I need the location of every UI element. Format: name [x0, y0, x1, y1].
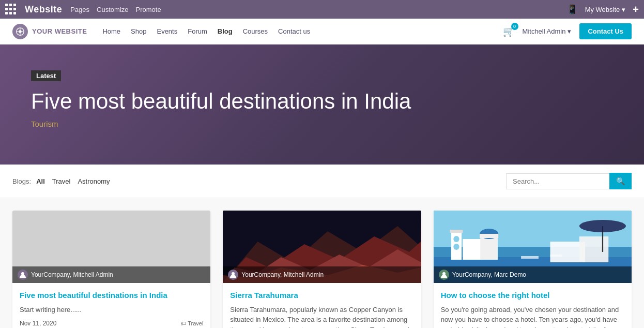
svg-rect-20	[450, 230, 463, 233]
nav-events[interactable]: Events	[157, 27, 177, 35]
admin-nav-customize[interactable]: Customize	[97, 6, 128, 13]
card-body-3: How to choose the right hotel So you're …	[434, 283, 632, 328]
user-menu-button[interactable]: Mitchell Admin ▾	[523, 27, 572, 35]
svg-rect-24	[579, 236, 608, 262]
svg-rect-28	[550, 255, 562, 257]
hero-section: Latest Five most beautiful destinations …	[0, 44, 644, 165]
card-title-1[interactable]: Five most beautiful destinations in Indi…	[20, 290, 203, 301]
search-area: 🔍	[506, 173, 632, 189]
svg-rect-18	[480, 234, 498, 238]
card-title-2[interactable]: Sierra Tarahumara	[230, 290, 413, 301]
cart-icon[interactable]: 🛒 0	[503, 26, 514, 37]
blog-grid: YourCompany, Mitchell Admin Five most be…	[0, 198, 644, 328]
filter-astronomy[interactable]: Astronomy	[78, 177, 110, 185]
card-body-2: Sierra Tarahumara Sierra Tarahumara, pop…	[223, 283, 421, 328]
admin-nav-promote[interactable]: Promote	[135, 6, 161, 13]
hero-badge: Latest	[31, 70, 61, 81]
card-author-overlay-1: YourCompany, Mitchell Admin	[12, 266, 210, 283]
svg-point-26	[579, 220, 626, 232]
card-author-2: YourCompany, Mitchell Admin	[241, 271, 324, 278]
tag-icon-1: 🏷	[180, 320, 186, 326]
filter-all[interactable]: All	[36, 177, 45, 185]
card-author-1: YourCompany, Mitchell Admin	[31, 271, 113, 278]
svg-point-21	[453, 236, 459, 242]
card-body-1: Five most beautiful destinations in Indi…	[12, 283, 210, 328]
card-tag-1: 🏷 Travel	[180, 320, 203, 326]
nav-shop[interactable]: Shop	[131, 27, 146, 35]
mobile-icon: 📱	[566, 4, 578, 15]
card-excerpt-3: So you're going abroad, you've chosen yo…	[441, 305, 624, 328]
card-image-3: YourCompany, Marc Demo	[434, 211, 632, 283]
card-image-2: YourCompany, Mitchell Admin	[223, 211, 421, 283]
admin-logo: Website	[25, 4, 62, 15]
site-nav: YOUR WEBSITE Home Shop Events Forum Blog…	[0, 19, 644, 44]
nav-home[interactable]: Home	[102, 27, 120, 35]
card-title-3[interactable]: How to choose the right hotel	[441, 290, 624, 301]
chevron-down-icon: ▾	[568, 27, 571, 35]
author-avatar-3	[439, 270, 449, 280]
site-logo: YOUR WEBSITE	[12, 24, 87, 39]
card-excerpt-1: Start writing here......	[20, 305, 203, 315]
admin-nav: Pages Customize Promote	[70, 6, 161, 13]
nav-forum[interactable]: Forum	[188, 27, 207, 35]
contact-us-button[interactable]: Contact Us	[579, 23, 632, 39]
card-meta-1: Nov 11, 2020 🏷 Travel	[20, 320, 203, 327]
hero-title: Five most beautiful destinations in Indi…	[31, 88, 613, 114]
svg-point-22	[453, 244, 459, 250]
card-author-overlay-2: YourCompany, Mitchell Admin	[223, 266, 421, 283]
apps-grid-icon[interactable]	[5, 4, 17, 15]
site-logo-text: YOUR WEBSITE	[32, 27, 87, 35]
svg-rect-27	[521, 256, 539, 259]
filter-links: All Travel Astronomy	[36, 177, 110, 185]
add-plus-button[interactable]: +	[633, 4, 639, 16]
admin-bar: Website Pages Customize Promote 📱 My Web…	[0, 0, 644, 19]
search-input[interactable]	[506, 173, 609, 189]
admin-nav-pages[interactable]: Pages	[70, 6, 89, 13]
card-author-3: YourCompany, Marc Demo	[452, 271, 526, 278]
filter-bar: Blogs: All Travel Astronomy 🔍	[0, 165, 644, 198]
card-image-1: YourCompany, Mitchell Admin	[12, 211, 210, 283]
blog-card-3: YourCompany, Marc Demo How to choose the…	[434, 211, 632, 328]
cart-badge: 0	[511, 23, 518, 30]
chevron-down-icon: ▾	[622, 6, 625, 13]
author-avatar-2	[228, 270, 238, 280]
filter-travel[interactable]: Travel	[52, 177, 71, 185]
filter-label: Blogs:	[12, 177, 31, 185]
my-website-button[interactable]: My Website ▾	[585, 6, 626, 13]
search-button[interactable]: 🔍	[609, 173, 632, 189]
author-avatar-1	[18, 270, 28, 280]
nav-contact[interactable]: Contact us	[278, 27, 310, 35]
nav-blog[interactable]: Blog	[218, 27, 233, 35]
hero-subtitle: Tourism	[31, 120, 613, 128]
nav-courses[interactable]: Courses	[243, 27, 268, 35]
blog-card-1: YourCompany, Mitchell Admin Five most be…	[12, 211, 210, 328]
card-date-1: Nov 11, 2020	[20, 320, 56, 327]
card-excerpt-2: Sierra Tarahumara, popularly known as Co…	[230, 305, 413, 328]
blog-card-2: YourCompany, Mitchell Admin Sierra Tarah…	[223, 211, 421, 328]
logo-circle	[12, 24, 28, 39]
site-nav-right: 🛒 0 Mitchell Admin ▾ Contact Us	[503, 23, 632, 39]
card-author-overlay-3: YourCompany, Marc Demo	[434, 266, 632, 283]
site-nav-links: Home Shop Events Forum Blog Courses Cont…	[102, 27, 310, 35]
